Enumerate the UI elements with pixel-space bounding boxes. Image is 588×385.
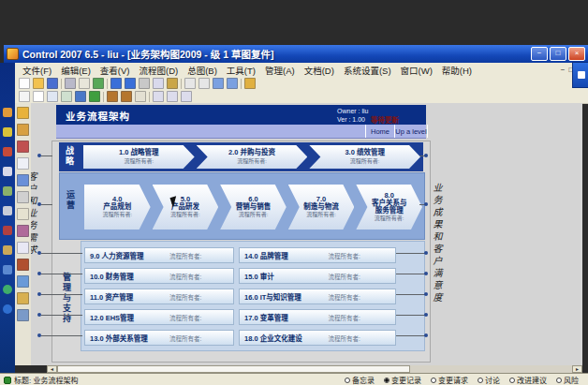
menu-flowchart[interactable]: 流程图(D) [134, 64, 183, 77]
desktop-icon[interactable] [3, 304, 12, 314]
restore-button[interactable]: □ [550, 47, 566, 61]
tool-icon-export[interactable] [17, 208, 29, 220]
desktop-icon[interactable] [3, 108, 12, 117]
menu-edit[interactable]: 编辑(E) [56, 64, 96, 77]
process-12-0[interactable]: 12.0 EHS管理 流程所有者: [84, 309, 234, 325]
save-icon[interactable] [47, 78, 58, 89]
send-back-icon[interactable] [135, 91, 146, 102]
tool-icon-report[interactable] [17, 242, 29, 254]
desktop-icon[interactable] [3, 167, 12, 176]
menu-view[interactable]: 查看(V) [96, 64, 135, 77]
desktop-icon[interactable] [3, 226, 12, 235]
zoom-in-icon[interactable] [184, 78, 196, 89]
connector-line [41, 253, 82, 254]
menu-overview[interactable]: 总图(B) [183, 64, 222, 77]
pointer-icon[interactable] [19, 91, 30, 102]
scroll-right-button[interactable]: ► [572, 365, 582, 373]
process-5-0[interactable]: 5.0 产品研发 流程所有者: [153, 185, 219, 230]
tool-icon-doc[interactable] [17, 157, 29, 170]
tool-icon-printer[interactable] [17, 275, 29, 288]
desktop-icon[interactable] [3, 245, 12, 255]
radio-suggestion[interactable]: 改进建议 [509, 375, 547, 385]
radio-change-log[interactable]: 变更记录 [384, 375, 421, 385]
process-14-0[interactable]: 14.0 品牌管理 流程所有者: [239, 247, 396, 263]
mdi-minimize-button[interactable]: − [561, 66, 566, 74]
process-4-0[interactable]: 4.0 产品规划 流程所有者: [84, 185, 151, 230]
home-button[interactable]: Home [365, 125, 394, 138]
desktop-icon[interactable] [3, 265, 12, 274]
process-2-0[interactable]: 2.0 并购与投资 流程所有者: [197, 145, 308, 169]
process-9-0[interactable]: 9.0 人力资源管理 流程所有者: [84, 247, 234, 263]
scroll-left-button[interactable]: ◄ [47, 365, 57, 373]
radio-memo[interactable]: 备忘录 [345, 375, 375, 385]
minimize-button[interactable]: − [531, 47, 548, 61]
process-6-0[interactable]: 6.0 营销与销售 流程所有者: [220, 185, 287, 230]
menu-window[interactable]: 窗口(W) [396, 64, 437, 77]
process-13-0[interactable]: 13.0 外部关系管理 流程所有者: [84, 330, 234, 346]
redo-icon[interactable] [125, 78, 136, 89]
process-16-0[interactable]: 16.0 IT与知识管理 流程所有者: [239, 289, 396, 304]
zoom-out-icon[interactable] [198, 78, 210, 89]
new-icon[interactable] [19, 78, 30, 89]
desktop-icon[interactable] [3, 206, 12, 215]
radio-risk[interactable]: 风险 [556, 375, 579, 385]
undo-icon[interactable] [110, 78, 122, 89]
tool-icon-folder[interactable] [17, 124, 29, 136]
print-icon[interactable] [65, 78, 76, 89]
desktop-icon[interactable] [3, 285, 12, 294]
tool-icon-truck[interactable] [17, 259, 29, 271]
menu-file[interactable]: 文件(F) [18, 64, 56, 77]
menu-system-settings[interactable]: 系统设置(S) [339, 64, 396, 77]
menu-help[interactable]: 帮助(H) [437, 64, 477, 77]
scroll-thumb[interactable] [57, 365, 410, 373]
desktop-icon[interactable] [3, 127, 12, 137]
bring-front-icon[interactable] [121, 91, 132, 102]
process-1-0[interactable]: 1.0 战略管理 流程所有者: [83, 145, 195, 169]
tool-icon-archive[interactable] [17, 309, 29, 321]
cut-icon[interactable] [139, 78, 150, 89]
radio-change-request[interactable]: 变更请求 [431, 375, 468, 385]
back-icon[interactable] [213, 78, 224, 89]
scroll-track[interactable] [410, 365, 572, 373]
rectangle-icon[interactable] [33, 91, 44, 102]
menu-tools[interactable]: 工具(T) [222, 64, 260, 77]
open-icon[interactable] [33, 78, 44, 89]
process-7-0[interactable]: 7.0 制造与物流 流程所有者: [288, 185, 355, 230]
help-icon[interactable] [244, 78, 256, 89]
screen: Control 2007 6.5 - liu - [业务架构图2009 - 级 … [0, 0, 588, 385]
tool-icon-doc-blue[interactable] [17, 174, 29, 186]
swimlane-icon[interactable] [75, 91, 86, 102]
preview-icon[interactable] [79, 78, 90, 89]
align-icon[interactable] [107, 91, 118, 102]
tool-icon-chart[interactable] [17, 141, 29, 153]
up-a-level-button[interactable]: Up a level [394, 125, 428, 138]
process-10-0[interactable]: 10.0 财务管理 流程所有者: [84, 268, 234, 284]
process-3-0[interactable]: 3.0 绩效管理 流程所有者: [309, 145, 420, 169]
desktop-icon[interactable] [3, 147, 12, 156]
tool-icon-stamp[interactable] [17, 225, 29, 237]
copy-icon[interactable] [153, 78, 164, 89]
connector-icon[interactable] [61, 91, 72, 102]
refresh-icon[interactable] [93, 78, 104, 89]
process-11-0[interactable]: 11.0 资产管理 流程所有者: [84, 289, 234, 304]
forward-icon[interactable] [227, 78, 238, 89]
process-8-0[interactable]: 8.0 客户关系与服务管理 流程所有者: [356, 185, 422, 230]
tool-icon-info[interactable] [17, 292, 29, 304]
close-button[interactable]: × [568, 47, 585, 61]
pan-icon[interactable] [167, 91, 178, 102]
process-18-0[interactable]: 18.0 企业文化建设 流程所有者: [239, 330, 396, 346]
radio-discussion[interactable]: 讨论 [478, 375, 500, 385]
process-15-0[interactable]: 15.0 审计 流程所有者: [239, 268, 396, 284]
process-17-0[interactable]: 17.0 变革管理 流程所有者: [239, 309, 396, 325]
menu-manage[interactable]: 管理(A) [260, 64, 300, 77]
line-icon[interactable] [47, 91, 58, 102]
find-icon[interactable] [181, 91, 192, 102]
tool-icon-delete[interactable] [17, 191, 29, 203]
tool-icon-pages[interactable] [17, 107, 29, 119]
group-icon[interactable] [89, 91, 100, 102]
paste-icon[interactable] [167, 78, 178, 89]
zoom-tool-icon[interactable] [153, 91, 164, 102]
desktop-icon[interactable] [3, 186, 12, 196]
menu-document[interactable]: 文档(D) [300, 64, 339, 77]
side-panel-icon[interactable] [572, 62, 588, 88]
